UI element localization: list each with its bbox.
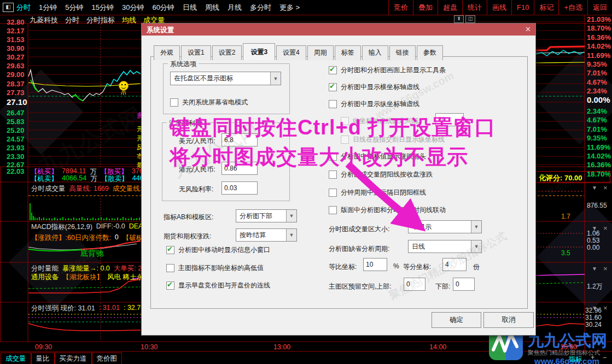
- tool-menu-item[interactable]: 超盘: [438, 0, 462, 15]
- panel-collapse-icon[interactable]: ▼: [592, 266, 597, 272]
- dialog-tab[interactable]: 外观: [154, 45, 180, 60]
- period-menu-item[interactable]: 更多 >: [279, 3, 300, 13]
- period-menu-item[interactable]: 周线: [205, 3, 219, 13]
- settings-checkbox-row[interactable]: 分析图中移动时显示信息小窗口: [166, 245, 270, 255]
- default-period-dropdown[interactable]: 日线 ▼: [408, 240, 482, 253]
- period-menu-item[interactable]: 多分时: [250, 3, 271, 13]
- stock-header-item[interactable]: 分时指标: [86, 15, 115, 24]
- percent-axis-label: 9.35%: [587, 134, 607, 142]
- checkbox-label: 分析图成交量阴阳线按收盘涨跌: [341, 170, 433, 179]
- cancel-button[interactable]: 取消: [483, 312, 534, 328]
- dialog-tab[interactable]: 设置3: [243, 43, 275, 60]
- indicator-label[interactable]: 指标: [569, 355, 582, 364]
- period-menu-item[interactable]: 60分钟: [152, 3, 174, 13]
- bottom-tab[interactable]: 买卖力道: [55, 353, 92, 364]
- settings-checkbox-row[interactable]: 显示早盘竞价图与开盘价的连线: [166, 281, 270, 290]
- ratio-coord-input[interactable]: [363, 258, 387, 271]
- dialog-tab[interactable]: 周期: [307, 45, 334, 60]
- bottom-tab[interactable]: 竞价图: [92, 353, 123, 364]
- period-menu-item[interactable]: 5分钟: [65, 3, 83, 13]
- checkbox-box[interactable]: [329, 83, 337, 91]
- period-menu-item[interactable]: 分时: [16, 3, 31, 13]
- stat-segment: 【涨跌停】:60日内涨停数:: [31, 233, 111, 243]
- reserve-bottom-input[interactable]: [453, 278, 475, 291]
- zoom-in-icon[interactable]: +: [591, 354, 594, 361]
- stock-header-item[interactable]: 成交量: [143, 15, 165, 24]
- panel-collapse-icon[interactable]: ▼: [592, 185, 597, 191]
- dialog-tab[interactable]: 参数: [417, 45, 443, 60]
- chevron-down-icon[interactable]: ▼: [286, 210, 296, 222]
- period-menu-item[interactable]: 月线: [228, 3, 242, 13]
- price-axis-label: 23.30: [7, 152, 25, 161]
- dialog-title-bar[interactable]: 系统设置 ✕: [142, 24, 535, 36]
- checkbox-box[interactable]: [329, 189, 337, 197]
- volume-size-dropdown[interactable]: 不显示 ▼: [408, 220, 482, 233]
- tool-menu-item[interactable]: 标记: [534, 0, 558, 15]
- stock-header-item[interactable]: 分时: [65, 15, 79, 24]
- settings-checkbox-row[interactable]: 分析图中显示纵坐标轴虚线: [329, 99, 419, 109]
- checkbox-box[interactable]: [170, 98, 178, 107]
- panel-close-icon[interactable]: ×: [603, 304, 608, 312]
- price-axis-label: 32.80: [7, 18, 25, 26]
- dialog-tab[interactable]: 输入: [362, 45, 388, 60]
- checkbox-box[interactable]: [329, 171, 337, 179]
- reserve-top-input[interactable]: [404, 278, 426, 291]
- checkbox-box[interactable]: [166, 264, 174, 272]
- checkbox-box[interactable]: [166, 246, 174, 254]
- annotation-line2: 将分时图成交量大小改为不显示: [170, 143, 468, 171]
- indicator-ab-dropdown[interactable]: 分析图下部 ▼: [236, 209, 297, 222]
- period-menu-item[interactable]: 15分钟: [91, 3, 113, 13]
- futures-dropdown[interactable]: 按昨结算 ▼: [236, 228, 297, 242]
- stock-header-item[interactable]: 九菱科技: [30, 15, 58, 24]
- settings-checkbox-row[interactable]: 分析图中显示横坐标轴虚线: [329, 83, 419, 92]
- dialog-tab[interactable]: 设置1: [181, 45, 211, 60]
- divide-coord-input[interactable]: [442, 258, 467, 271]
- settings-checkbox-row[interactable]: 分析图成交量阴阳线按收盘涨跌: [329, 170, 433, 179]
- tool-menu-item[interactable]: 画线: [487, 0, 511, 15]
- panel-close-icon[interactable]: ×: [603, 184, 608, 192]
- stat-segment: 0: [115, 233, 119, 243]
- screensave-checkbox-row[interactable]: 关闭系统屏幕省电模式: [170, 98, 248, 107]
- settings-checkbox-row[interactable]: 主图指标不影响坐标的高低值: [166, 263, 264, 273]
- settings-checkbox-row[interactable]: 版面中分析图和分时图的时间线联动: [329, 206, 446, 215]
- checkbox-box[interactable]: [166, 281, 174, 290]
- tool-menu-item[interactable]: 叠加: [413, 0, 438, 15]
- tool-menu-item[interactable]: 返回: [587, 0, 612, 15]
- dialog-tab[interactable]: 标签: [335, 45, 361, 60]
- zoom-out-icon[interactable]: −: [603, 354, 607, 361]
- bottom-tab[interactable]: 量比: [31, 353, 55, 364]
- riskfree-rate-input[interactable]: [222, 181, 258, 195]
- period-menu-item[interactable]: 1分钟: [39, 3, 57, 13]
- checkbox-box[interactable]: [329, 100, 337, 108]
- ok-button[interactable]: 确定: [432, 312, 481, 328]
- chevron-down-icon[interactable]: ▼: [286, 229, 296, 241]
- checkbox-label: 关闭系统屏幕省电模式: [182, 98, 248, 107]
- period-menu-item[interactable]: 30分钟: [122, 3, 144, 13]
- settings-checkbox-row[interactable]: 分钟周期中显示隔日阴阳框线: [329, 188, 426, 197]
- tool-menu-item[interactable]: +自选: [558, 0, 587, 15]
- percent-axis-label: 14.02%: [587, 42, 611, 50]
- dialog-close-icon[interactable]: ✕: [525, 25, 531, 33]
- panel-close-icon[interactable]: ×: [603, 265, 608, 273]
- dialog-tab[interactable]: 设置4: [276, 45, 306, 60]
- tool-menu-item[interactable]: F10: [511, 0, 534, 15]
- checkbox-box[interactable]: [329, 66, 337, 74]
- tool-menu-item[interactable]: 竞价: [388, 0, 413, 15]
- tray-display-dropdown[interactable]: 在托盘区不显示图标 ▼: [170, 72, 281, 85]
- chevron-down-icon[interactable]: ▼: [471, 240, 481, 253]
- stat-segment: 【机卖】: [31, 174, 58, 184]
- settings-checkbox-row[interactable]: 分时图和分析图画面上部显示工具条: [329, 66, 446, 75]
- scroll-up-icon[interactable]: ⬆: [454, 15, 464, 23]
- bottom-tab[interactable]: 成交量: [1, 353, 31, 364]
- dialog-tab[interactable]: 链接: [389, 45, 416, 60]
- split-view-icon[interactable]: ◫: [465, 15, 475, 23]
- panel-close-icon[interactable]: ×: [603, 224, 608, 232]
- chevron-down-icon[interactable]: ▼: [270, 72, 281, 85]
- window-pane-icon[interactable]: ◧: [3, 3, 14, 12]
- stock-header-item[interactable]: 均线: [122, 15, 136, 24]
- chevron-down-icon[interactable]: ▼: [471, 221, 481, 233]
- period-menu-item[interactable]: 日线: [183, 3, 197, 13]
- tool-menu-item[interactable]: 统计: [462, 0, 487, 15]
- dialog-tab[interactable]: 设置2: [212, 45, 242, 60]
- checkbox-box[interactable]: [329, 206, 337, 214]
